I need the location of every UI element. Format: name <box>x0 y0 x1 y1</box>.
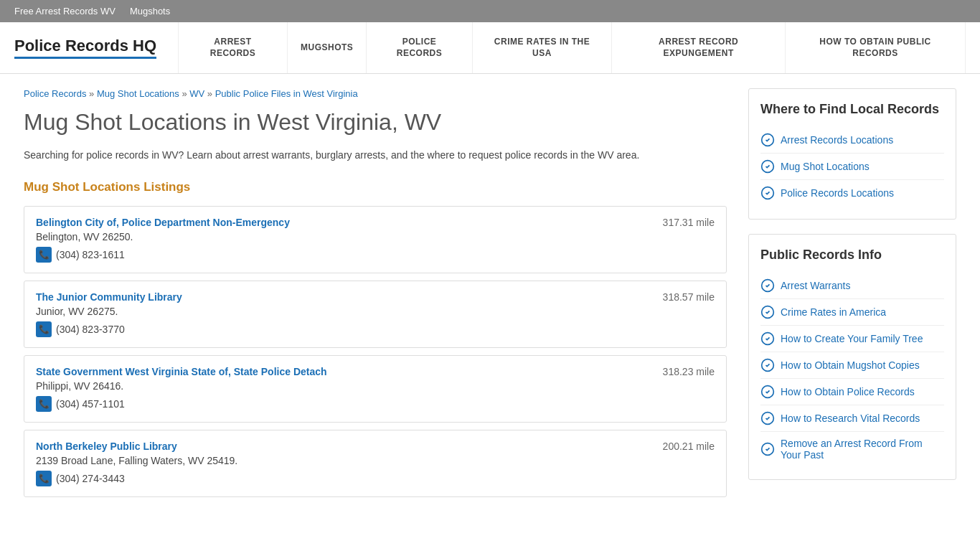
listing-info: State Government West Virginia State of,… <box>36 366 649 412</box>
link-remove-arrest[interactable]: Remove an Arrest Record From Your Past <box>781 438 944 461</box>
sidebar-item-police-records-locations: Police Records Locations <box>760 180 944 206</box>
sidebar-item-mugshot-copies: How to Obtain Mugshot Copies <box>760 352 944 379</box>
check-circle-icon <box>760 305 775 319</box>
listing-distance: 200.21 mile <box>649 441 715 452</box>
sidebar-item-arrest-warrants: Arrest Warrants <box>760 273 944 299</box>
sidebar: Where to Find Local Records Arrest Recor… <box>748 88 956 504</box>
listing-address: Belington, WV 26250. <box>36 231 649 242</box>
topbar-link-mugshots[interactable]: Mugshots <box>130 6 170 17</box>
sidebar-local-records-title: Where to Find Local Records <box>760 102 944 117</box>
check-circle-icon <box>760 331 775 346</box>
check-circle-icon <box>760 133 775 147</box>
phone-icon: 📞 <box>36 396 52 412</box>
sidebar-item-mug-shot-locations: Mug Shot Locations <box>760 154 944 180</box>
sidebar-item-vital-records: How to Research Vital Records <box>760 405 944 432</box>
link-arrest-warrants[interactable]: Arrest Warrants <box>781 280 851 291</box>
phone-number: (304) 274-3443 <box>56 473 125 484</box>
check-circle-icon <box>760 278 775 293</box>
phone-number: (304) 457-1101 <box>56 398 125 410</box>
link-mugshot-copies[interactable]: How to Obtain Mugshot Copies <box>781 359 920 371</box>
breadcrumb-sep-2: » <box>182 88 189 99</box>
listing-phone: 📞 (304) 823-3770 <box>36 321 649 337</box>
header: Police Records HQ ARREST RECORDS MUGSHOT… <box>0 22 980 74</box>
link-crime-rates[interactable]: Crime Rates in America <box>781 306 886 318</box>
sidebar-item-police-records: How to Obtain Police Records <box>760 379 944 405</box>
nav-crime-rates[interactable]: CRIME RATES IN THE USA <box>473 22 613 73</box>
nav-expungement[interactable]: ARREST RECORD EXPUNGEMENT <box>612 22 786 73</box>
sidebar-item-remove-arrest: Remove an Arrest Record From Your Past <box>760 432 944 466</box>
breadcrumb: Police Records » Mug Shot Locations » WV… <box>24 88 727 99</box>
link-family-tree[interactable]: How to Create Your Family Tree <box>781 333 923 344</box>
listing-phone: 📞 (304) 457-1101 <box>36 396 649 412</box>
listing-card: North Berkeley Public Library 2139 Broad… <box>24 430 727 497</box>
main-container: Police Records » Mug Shot Locations » WV… <box>9 74 971 533</box>
listing-name[interactable]: State Government West Virginia State of,… <box>36 366 649 377</box>
check-circle-icon <box>760 358 775 372</box>
phone-number: (304) 823-1611 <box>56 249 125 260</box>
listing-address: 2139 Broad Lane, Falling Waters, WV 2541… <box>36 455 649 466</box>
listing-name[interactable]: North Berkeley Public Library <box>36 441 649 452</box>
logo-area: Police Records HQ <box>14 22 178 73</box>
listing-name[interactable]: Belington City of, Police Department Non… <box>36 217 649 228</box>
listing-info: Belington City of, Police Department Non… <box>36 217 649 263</box>
breadcrumb-sep-1: » <box>89 88 97 99</box>
breadcrumb-mug-shot-locations[interactable]: Mug Shot Locations <box>97 88 179 99</box>
check-circle-icon <box>760 186 775 200</box>
nav-obtain-records[interactable]: HOW TO OBTAIN PUBLIC RECORDS <box>786 22 966 73</box>
listing-card: Belington City of, Police Department Non… <box>24 206 727 273</box>
sidebar-item-family-tree: How to Create Your Family Tree <box>760 326 944 352</box>
sidebar-item-arrest-records-locations: Arrest Records Locations <box>760 127 944 154</box>
listing-info: North Berkeley Public Library 2139 Broad… <box>36 441 649 486</box>
listing-distance: 317.31 mile <box>649 217 715 228</box>
listing-card: The Junior Community Library Junior, WV … <box>24 281 727 348</box>
link-vital-records[interactable]: How to Research Vital Records <box>781 413 920 424</box>
link-mug-shot-locations[interactable]: Mug Shot Locations <box>781 161 870 172</box>
check-circle-icon <box>760 442 775 456</box>
nav-mugshots[interactable]: MUGSHOTS <box>288 22 367 73</box>
listing-card: State Government West Virginia State of,… <box>24 355 727 423</box>
breadcrumb-public-police-files[interactable]: Public Police Files in West Virginia <box>215 88 358 99</box>
page-description: Searching for police records in WV? Lear… <box>24 147 727 163</box>
listing-address: Philippi, WV 26416. <box>36 380 649 392</box>
sidebar-public-records-info: Public Records Info Arrest Warrants Crim… <box>748 234 956 480</box>
breadcrumb-sep-3: » <box>207 88 215 99</box>
listings-heading: Mug Shot Locations Listings <box>24 180 727 194</box>
top-bar: Free Arrest Records WV Mugshots <box>0 0 980 22</box>
nav-arrest-records[interactable]: ARREST RECORDS <box>178 22 288 73</box>
link-arrest-records-locations[interactable]: Arrest Records Locations <box>781 134 893 146</box>
listing-name[interactable]: The Junior Community Library <box>36 291 649 303</box>
listing-phone: 📞 (304) 274-3443 <box>36 471 649 486</box>
content-area: Police Records » Mug Shot Locations » WV… <box>24 88 727 504</box>
phone-number: (304) 823-3770 <box>56 324 125 335</box>
sidebar-public-records-title: Public Records Info <box>760 248 944 263</box>
listing-address: Junior, WV 26275. <box>36 306 649 317</box>
listing-distance: 318.23 mile <box>649 366 715 377</box>
listing-distance: 318.57 mile <box>649 291 715 303</box>
link-police-records-locations[interactable]: Police Records Locations <box>781 187 894 199</box>
listing-info: The Junior Community Library Junior, WV … <box>36 291 649 337</box>
phone-icon: 📞 <box>36 471 52 486</box>
check-circle-icon <box>760 159 775 174</box>
sidebar-item-crime-rates: Crime Rates in America <box>760 299 944 326</box>
page-title: Mug Shot Locations in West Virginia, WV <box>24 109 727 136</box>
logo[interactable]: Police Records HQ <box>14 37 156 59</box>
sidebar-local-records: Where to Find Local Records Arrest Recor… <box>748 88 956 220</box>
check-circle-icon <box>760 385 775 399</box>
link-police-records[interactable]: How to Obtain Police Records <box>781 386 915 397</box>
breadcrumb-wv[interactable]: WV <box>189 88 204 99</box>
phone-icon: 📞 <box>36 321 52 337</box>
check-circle-icon <box>760 411 775 425</box>
phone-icon: 📞 <box>36 247 52 263</box>
main-nav: ARREST RECORDS MUGSHOTS POLICE RECORDS C… <box>178 22 966 73</box>
breadcrumb-police-records[interactable]: Police Records <box>24 88 86 99</box>
topbar-link-arrest-records[interactable]: Free Arrest Records WV <box>14 6 116 17</box>
listing-phone: 📞 (304) 823-1611 <box>36 247 649 263</box>
nav-police-records[interactable]: POLICE RECORDS <box>367 22 472 73</box>
